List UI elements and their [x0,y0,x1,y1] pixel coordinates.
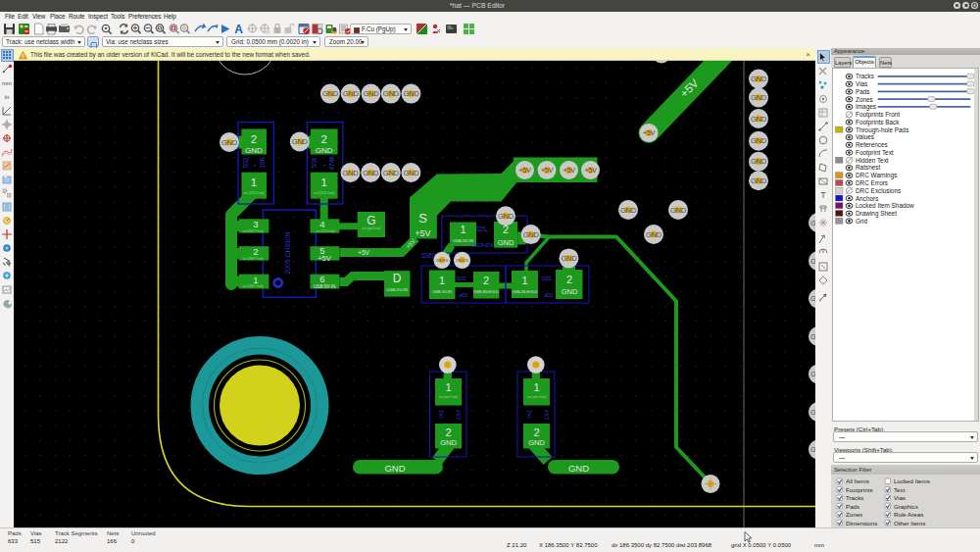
svg-text:10k: 10k [458,292,468,298]
svg-text:Tracks: Tracks [856,73,874,79]
svg-text:sw (0807 hub): sw (0807 hub) [242,229,264,233]
svg-text:Zones: Zones [856,96,873,103]
svg-text:202: 202 [541,276,552,281]
svg-text:S: S [418,211,427,226]
svg-text:Vias: Vias [856,80,867,87]
svg-text:USB-IN-HOLD: USB-IN-HOLD [512,289,537,294]
svg-text:G: G [367,214,375,227]
svg-text:All Items: All Items [846,477,869,484]
svg-text:GND: GND [316,146,333,155]
svg-text:DRC Exclusions: DRC Exclusions [856,187,901,194]
svg-text:Zones: Zones [846,511,862,518]
svg-text:Locked Items: Locked Items [894,477,930,484]
svg-text:Tracks: Tracks [846,494,863,501]
svg-text:sw (smr hub): sw (smr hub) [439,395,459,399]
svg-text:USB-IN-HOLD: USB-IN-HOLD [473,289,499,294]
svg-text:in: in [5,94,10,100]
svg-text:GND: GND [568,463,589,474]
svg-text:1: 1 [445,381,451,393]
svg-text:GND: GND [440,438,457,447]
svg-text:470nF/25V: 470nF/25V [471,243,493,248]
svg-text:Dimensions: Dimensions [846,520,877,527]
svg-text:C57: C57 [456,410,462,420]
svg-text:Images: Images [856,103,876,111]
svg-text:Ratsnest: Ratsnest [856,164,880,171]
svg-text:USB-5V-IN: USB-5V-IN [386,287,407,292]
svg-text:Pads: Pads [846,503,859,510]
svg-text:+: + [254,162,257,168]
svg-text:Footprints: Footprints [846,486,873,493]
svg-text:sw (gnd hub): sw (gnd hub) [362,226,381,230]
svg-text:USB-5V-IN: USB-5V-IN [314,284,335,289]
svg-text:502: 502 [242,157,249,168]
svg-text:Footprints Front: Footprints Front [856,111,900,119]
svg-text:10K: 10K [259,157,266,169]
svg-text:2: 2 [483,275,489,286]
svg-text:+5V: +5V [415,228,430,238]
svg-text:1: 1 [460,224,466,235]
svg-text:Text: Text [894,486,906,493]
svg-text:+5V: +5V [358,249,369,256]
svg-text:Hidden Text: Hidden Text [856,157,889,164]
svg-text:202: 202 [475,226,486,232]
svg-text:+5V: +5V [318,254,331,263]
svg-text:Anchors: Anchors [856,195,878,202]
svg-text:GND: GND [245,146,263,155]
svg-text:Through-hole Pads: Through-hole Pads [856,126,908,134]
svg-text:Footprint Text: Footprint Text [856,149,894,157]
svg-text:GND: GND [384,463,405,474]
svg-text:USB-5V-IN: USB-5V-IN [453,238,472,243]
svg-text:C57: C57 [544,410,550,420]
svg-text:!: ! [23,53,24,59]
svg-text:sw (0201 hub): sw (0201 hub) [243,191,265,195]
svg-text:2: 2 [445,427,451,438]
svg-text:sw (smr hub): sw (smr hub) [527,395,547,399]
svg-text:1: 1 [320,176,326,188]
svg-text:mm: mm [2,80,12,86]
svg-text:USB-5V-IN: USB-5V-IN [432,289,452,294]
svg-text:2: 2 [251,133,257,145]
svg-text:2: 2 [253,246,258,257]
svg-text:Grid: Grid [856,218,868,225]
svg-text:2: 2 [320,133,326,145]
svg-text:2: 2 [533,427,539,438]
svg-text:+: + [323,162,326,168]
svg-text:sw (0201 hub): sw (0201 hub) [314,191,335,195]
svg-text:508: 508 [311,157,318,168]
svg-text:474K: 474K [328,155,335,171]
svg-text:2: 2 [566,274,572,285]
svg-text:Graphics: Graphics [894,503,918,510]
svg-text:1: 1 [251,176,257,188]
svg-text:202: 202 [456,276,466,281]
svg-text:1: 1 [521,275,527,286]
svg-text:1: 1 [439,275,445,286]
svg-text:T: T [820,190,826,200]
svg-text:4: 4 [319,219,324,229]
svg-text:10k: 10k [543,292,554,298]
svg-text:3: 3 [253,219,258,229]
svg-text:DRC Errors: DRC Errors [856,179,888,186]
svg-text:A: A [234,23,243,35]
svg-text:142: 142 [526,410,532,419]
svg-text:6: 6 [319,274,324,284]
svg-text:1: 1 [533,381,539,393]
svg-text:Vias: Vias [894,494,906,501]
svg-text:0502: 0502 [420,252,435,259]
svg-text:D: D [393,272,402,285]
svg-text:2005 CH330N: 2005 CH330N [284,231,291,274]
svg-text:sw (0807 hub): sw (0807 hub) [242,284,264,288]
svg-text:Rule Areas: Rule Areas [894,511,923,518]
svg-text:References: References [856,141,888,148]
svg-text:Other Items: Other Items [894,520,925,527]
svg-text:sw (220 hub): sw (220 hub) [316,229,335,233]
svg-text:Pads: Pads [856,88,870,95]
svg-text:Locked Item Shadow: Locked Item Shadow [856,202,914,209]
svg-text:GND: GND [498,238,514,247]
svg-text:sw (0807 hub): sw (0807 hub) [242,257,264,261]
svg-text:Values: Values [856,133,874,140]
svg-text:GND: GND [562,287,578,296]
svg-text:GND: GND [528,438,545,447]
svg-text:142: 142 [438,410,444,419]
